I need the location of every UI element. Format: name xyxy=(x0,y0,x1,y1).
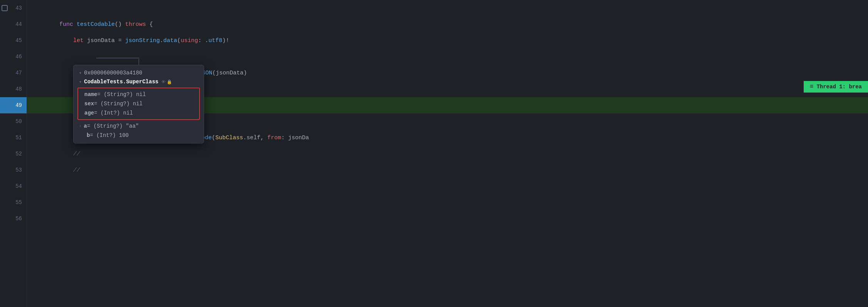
code-text xyxy=(39,5,42,12)
thread-badge-label: Thread 1: brea xyxy=(816,84,862,90)
param-from: from xyxy=(267,135,281,141)
popup-address-value: 0x00006000003a4180 xyxy=(84,70,142,76)
code-line-43 xyxy=(27,0,868,16)
line-row-44: 44 xyxy=(0,16,27,32)
line-number-52: 52 xyxy=(15,151,22,157)
thread-badge: ≡ Thread 1: brea xyxy=(804,81,868,93)
chevron-down-icon-2: ▾ xyxy=(79,79,82,85)
line-number-53: 53 xyxy=(15,167,22,173)
line-number-56: 56 xyxy=(15,216,22,222)
thread-badge-icon: ≡ xyxy=(810,83,814,90)
code-line-55 xyxy=(27,194,868,211)
comment-52: // xyxy=(73,151,80,157)
keyword-func: func xyxy=(59,21,77,28)
code-editor: 43 44 45 46 47 48 49 50 51 52 53 xyxy=(0,0,868,307)
chevron-down-icon: ▾ xyxy=(79,70,82,76)
popup-connector-horizontal xyxy=(96,58,139,58)
line-row-43: 43 xyxy=(0,0,27,16)
line-row-46: 46 xyxy=(0,49,27,65)
code-line-46 xyxy=(27,49,868,65)
popup-property-age: age = (Int?) nil xyxy=(78,108,199,118)
popup-address-row: ▾ 0x00006000003a4180 xyxy=(74,68,204,78)
eye-icon[interactable]: 👁 xyxy=(161,79,166,84)
breakpoint-43[interactable] xyxy=(2,5,8,11)
popup-property-sex: sex = (String?) nil xyxy=(78,99,199,108)
line-row-54: 54 xyxy=(0,178,27,194)
type-SubClass: SubClass xyxy=(215,135,243,141)
method-data: data xyxy=(163,37,177,44)
line-number-44: 44 xyxy=(15,21,22,27)
lock-icon: 🔒 xyxy=(167,79,172,84)
line-number-51: 51 xyxy=(15,135,22,141)
method-utf8: utf8 xyxy=(208,37,222,44)
line-number-gutter: 43 44 45 46 47 48 49 50 51 52 53 xyxy=(0,0,27,307)
code-line-53: // xyxy=(27,162,868,178)
line-number-46: 46 xyxy=(15,54,22,60)
code-content: func testCodable() throws { let jsonData… xyxy=(27,0,868,307)
popup-class-row: ▾ CodableTests.SuperClass 👁 🔒 xyxy=(74,78,204,86)
line-number-47: 47 xyxy=(15,70,22,76)
popup-properties-box: name = (String?) nil sex = (String?) nil… xyxy=(77,88,200,120)
line-row-55: 55 xyxy=(0,194,27,211)
line-row-51: 51 xyxy=(0,130,27,146)
popup-property-name: name = (String?) nil xyxy=(78,90,199,99)
line-row-48: 48 xyxy=(0,81,27,97)
line-number-54: 54 xyxy=(15,183,22,189)
comment-53: // xyxy=(73,167,80,174)
line-number-45: 45 xyxy=(15,37,22,44)
line-number-55: 55 xyxy=(15,199,22,206)
param-using: using xyxy=(181,37,198,44)
code-line-56 xyxy=(27,211,868,227)
line-row-45: 45 xyxy=(0,32,27,49)
line-row-53: 53 xyxy=(0,162,27,178)
line-row-56: 56 xyxy=(0,211,27,227)
line-row-49: 49 xyxy=(0,97,27,113)
code-line-45: let jsonData = jsonString.data(using: .u… xyxy=(27,32,868,49)
keyword-throws: throws xyxy=(125,21,146,28)
debug-variable-popup[interactable]: ▾ 0x00006000003a4180 ▾ CodableTests.Supe… xyxy=(73,65,204,143)
function-name: testCodable xyxy=(77,21,115,28)
line-number-43: 43 xyxy=(15,5,22,11)
code-line-52: // xyxy=(27,146,868,162)
thread-arrow xyxy=(0,101,7,109)
line-row-52: 52 xyxy=(0,146,27,162)
line-row-50: 50 xyxy=(0,113,27,130)
line-row-47: 47 xyxy=(0,65,27,81)
popup-property-b: b = (Int?) 100 xyxy=(74,131,204,140)
popup-class-name: CodableTests.SuperClass xyxy=(84,79,158,85)
chevron-right-icon[interactable]: › xyxy=(79,124,82,128)
method-jsonString: jsonString xyxy=(125,37,160,44)
line-number-50: 50 xyxy=(15,118,22,125)
keyword-let: let xyxy=(73,37,87,44)
popup-property-a: › a = (String?) "aa" xyxy=(74,121,204,131)
line-number-49: 49 xyxy=(15,102,22,108)
code-line-54 xyxy=(27,178,868,194)
code-line-44: func testCodable() throws { xyxy=(27,16,868,32)
line-number-48: 48 xyxy=(15,86,22,92)
